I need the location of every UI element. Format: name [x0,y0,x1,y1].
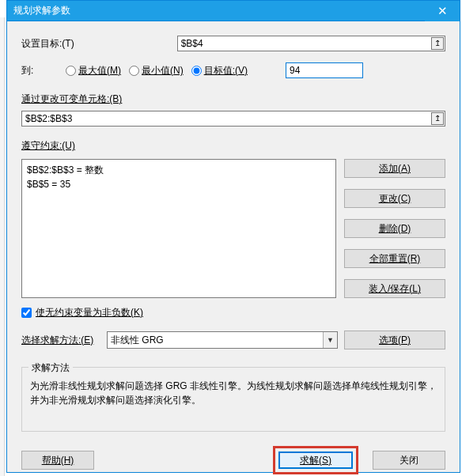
radio-valueof-input[interactable] [191,66,202,76]
method-select[interactable]: 非线性 GRG ▼ [107,331,338,349]
titlebar: 规划求解参数 ✕ [7,1,460,21]
set-objective-row: 设置目标:(T) ↥ [21,36,445,51]
radio-valueof-label: 目标值:(V) [204,64,248,77]
nonneg-label: 使无约束变量为非负数(K) [36,306,143,319]
constraints-area: $B$2:$B$3 = 整数 $B$5 = 35 添加(A) 更改(C) 删除(… [21,159,445,298]
radio-valueof[interactable]: 目标值:(V) [191,64,248,77]
radio-min-input[interactable] [129,66,139,76]
by-changing-row: ↥ [21,111,445,127]
constraints-label: 遵守约束:(U) [21,139,445,153]
footer: 帮助(H) 求解(S) 关闭 [21,432,445,474]
solve-button[interactable]: 求解(S) [278,451,353,469]
background-strip [0,17,5,476]
to-label: 到: [21,64,59,77]
constraints-list[interactable]: $B$2:$B$3 = 整数 $B$5 = 35 [21,159,336,298]
close-button[interactable]: ✕ [425,1,460,21]
reset-all-button[interactable]: 全部重置(R) [344,249,445,268]
range-picker-button-2[interactable]: ↥ [431,112,444,125]
close-icon: ✕ [437,4,448,18]
radio-min[interactable]: 最小值(N) [129,64,184,77]
method-label: 选择求解方法:(E) [21,334,100,347]
constraint-item[interactable]: $B$2:$B$3 = 整数 [27,163,331,177]
radio-max-input[interactable] [66,66,76,76]
by-changing-label: 通过更改可变单元格:(B) [21,93,445,106]
to-radios: 最大值(M) 最小值(N) 目标值:(V) [66,64,251,77]
objective-input-wrap: ↥ [177,36,445,51]
collapse-icon: ↥ [434,115,441,123]
method-row: 选择求解方法:(E) 非线性 GRG ▼ 选项(P) [21,331,445,349]
target-value-input[interactable] [286,62,363,78]
radio-max-label: 最大值(M) [78,64,121,77]
radio-min-label: 最小值(N) [142,64,184,77]
nonneg-checkbox[interactable] [21,308,32,318]
range-picker-button[interactable]: ↥ [431,37,444,50]
radio-max[interactable]: 最大值(M) [66,64,121,77]
constraint-buttons: 添加(A) 更改(C) 删除(D) 全部重置(R) 装入/保存(L) [344,159,445,298]
set-objective-label: 设置目标:(T) [21,37,74,51]
change-button[interactable]: 更改(C) [344,189,445,208]
constraint-item[interactable]: $B$5 = 35 [27,177,331,191]
to-row: 到: 最大值(M) 最小值(N) 目标值:(V) [21,62,445,78]
variables-input-wrap: ↥ [21,111,445,127]
groupbox-desc: 为光滑非线性规划求解问题选择 GRG 非线性引擎。为线性规划求解问题选择单纯线性… [30,379,437,407]
groupbox-title: 求解方法 [28,361,73,375]
delete-button[interactable]: 删除(D) [344,219,445,238]
method-groupbox: 求解方法 为光滑非线性规划求解问题选择 GRG 非线性引擎。为线性规划求解问题选… [21,367,445,432]
help-button[interactable]: 帮助(H) [21,451,94,470]
solve-highlight: 求解(S) [273,446,358,474]
window-title: 规划求解参数 [13,4,425,17]
chevron-down-icon: ▼ [327,336,334,344]
objective-input[interactable] [177,36,445,51]
dropdown-arrow[interactable]: ▼ [323,332,337,348]
dialog-body: 设置目标:(T) ↥ 到: 最大值(M) 最小值(N) [7,21,460,476]
load-save-button[interactable]: 装入/保存(L) [344,279,445,298]
options-button[interactable]: 选项(P) [344,331,445,349]
method-value: 非线性 GRG [111,334,164,347]
add-button[interactable]: 添加(A) [344,159,445,178]
close-footer-button[interactable]: 关闭 [373,451,445,470]
variables-input[interactable] [21,111,445,127]
collapse-icon: ↥ [434,40,441,47]
nonneg-row: 使无约束变量为非负数(K) [21,306,445,319]
solver-dialog: 规划求解参数 ✕ 设置目标:(T) ↥ 到: 最大值(M) [6,0,460,473]
